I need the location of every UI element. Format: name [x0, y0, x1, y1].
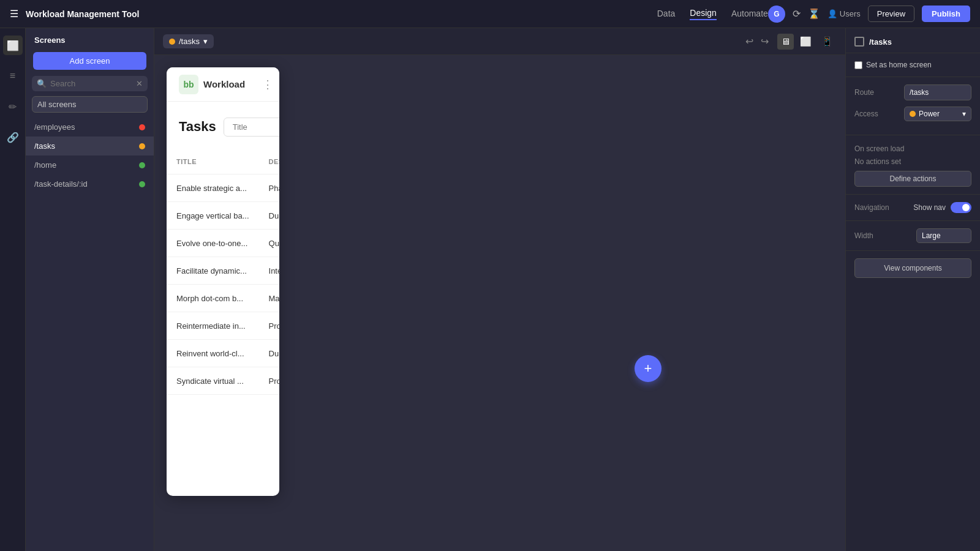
- screen-path[interactable]: /tasks ▾: [163, 34, 214, 48]
- screen-list-item[interactable]: /employees: [26, 118, 154, 137]
- table-header-cell: TITLE: [167, 149, 259, 174]
- define-actions-button[interactable]: Define actions: [854, 171, 971, 187]
- all-screens-select[interactable]: All screens: [32, 96, 148, 113]
- table-row[interactable]: Syndicate virtual ... Proin leo odio, po…: [167, 367, 279, 395]
- chevron-down-icon: ▾: [962, 110, 966, 118]
- main-layout: ⬜ ≡ ✏ 🔗 Screens Add screen 🔍 ✕ All scree…: [0, 28, 980, 551]
- view-buttons: 🖥 ⬜ 📱: [777, 34, 837, 50]
- desktop-view-button[interactable]: 🖥: [777, 34, 794, 50]
- search-input[interactable]: [50, 79, 132, 88]
- navigation-label: Navigation: [854, 203, 889, 212]
- show-nav-label: Show nav: [913, 203, 946, 212]
- search-box: 🔍 ✕: [32, 76, 148, 91]
- topbar: ☰ Workload Management Tool Data Design A…: [0, 0, 980, 28]
- mobile-view-button[interactable]: 📱: [818, 34, 837, 50]
- search-icon: 🔍: [37, 79, 47, 88]
- show-nav-toggle[interactable]: [951, 202, 971, 213]
- app-nav-dots[interactable]: ⋮⋮⋮: [262, 78, 279, 91]
- right-panel-title: /tasks: [869, 37, 892, 47]
- screen-path-dot: [169, 39, 175, 45]
- route-label: Route: [854, 88, 874, 97]
- navigation-section: Navigation Show nav: [846, 195, 980, 221]
- preview-button[interactable]: Preview: [868, 6, 914, 22]
- width-section: Width Large: [846, 221, 980, 251]
- table-row[interactable]: Enable strategic a... Phasellus sit amet…: [167, 174, 279, 202]
- sidebar-data-icon[interactable]: ≡: [3, 66, 23, 86]
- left-panel: Screens Add screen 🔍 ✕ All screens /empl…: [26, 28, 154, 551]
- app-name: Workload: [203, 79, 245, 89]
- table-row[interactable]: Morph dot-com b... Mauris enim leo, rh..…: [167, 285, 279, 312]
- sidebar-screens-icon[interactable]: ⬜: [3, 36, 23, 55]
- clear-search-icon[interactable]: ✕: [136, 79, 143, 88]
- home-screen-checkbox[interactable]: [854, 61, 862, 69]
- sidebar-links-icon[interactable]: 🔗: [3, 127, 23, 147]
- screen-list-item[interactable]: /tasks: [26, 137, 154, 156]
- canvas-area: /tasks ▾ ↩ ↪ 🖥 ⬜ 📱 bb Workload: [154, 28, 845, 551]
- access-row: Access Power ▾: [854, 107, 971, 121]
- access-dropdown[interactable]: Power ▾: [904, 107, 971, 121]
- screen-list-item[interactable]: /task-details/:id: [26, 174, 154, 193]
- add-screen-button[interactable]: Add screen: [33, 52, 146, 70]
- table-header-cell: DESCRIPTION: [259, 149, 279, 174]
- cell-title: Reintermediate in...: [167, 312, 259, 340]
- app-title: Workload Management Tool: [26, 9, 657, 19]
- menu-icon[interactable]: ☰: [10, 8, 18, 20]
- sync-icon[interactable]: ⟳: [793, 8, 801, 20]
- home-screen-label: Set as home screen: [854, 61, 971, 69]
- table-row[interactable]: Evolve one-to-one... Quisque id justo si…: [167, 230, 279, 257]
- no-actions-text: No actions set: [854, 157, 971, 166]
- tasks-title: Tasks: [179, 119, 216, 135]
- undo-redo: ↩ ↪: [743, 33, 771, 50]
- route-input[interactable]: [904, 84, 971, 100]
- publish-button[interactable]: Publish: [922, 6, 970, 22]
- width-select[interactable]: Large: [916, 228, 971, 243]
- cell-description: Phasellus sit amet ...: [259, 174, 279, 202]
- cell-description: Proin leo odio, port...: [259, 367, 279, 395]
- cell-description: Duis consequat dui...: [259, 340, 279, 367]
- route-row: Route: [854, 84, 971, 100]
- users-button[interactable]: 👤 Users: [827, 9, 861, 18]
- table-row[interactable]: Reinvent world-cl... Duis consequat dui.…: [167, 340, 279, 367]
- undo-button[interactable]: ↩: [743, 33, 756, 50]
- nav-data[interactable]: Data: [657, 9, 676, 20]
- chevron-down-icon: ▾: [203, 37, 208, 46]
- canvas-content: bb Workload ⋮⋮⋮ HomeTasksEmployees Tasks…: [154, 55, 845, 551]
- table-row[interactable]: Engage vertical ba... Duis aliquam conv.…: [167, 202, 279, 230]
- right-panel-header: /tasks: [846, 28, 980, 53]
- app-nav: bb Workload ⋮⋮⋮ HomeTasksEmployees: [167, 67, 279, 102]
- table-body: Enable strategic a... Phasellus sit amet…: [167, 174, 279, 395]
- cell-title: Enable strategic a...: [167, 174, 259, 202]
- filter-select-wrapper: All screens: [32, 96, 148, 113]
- tasks-header: Tasks Complete Start Time 📅 Create row: [167, 102, 279, 149]
- width-label: Width: [854, 231, 873, 240]
- users-icon: 👤: [827, 9, 837, 18]
- access-label: Access: [854, 110, 878, 118]
- nav-design[interactable]: Design: [690, 8, 717, 20]
- topbar-right: G ⟳ ⌛ 👤 Users Preview Publish: [768, 6, 970, 23]
- view-components-button[interactable]: View components: [854, 258, 971, 278]
- nav-automate[interactable]: Automate: [731, 9, 768, 20]
- redo-button[interactable]: ↪: [758, 33, 771, 50]
- table-row[interactable]: Facilitate dynamic... Integer tincidunt …: [167, 257, 279, 285]
- screen-list-item[interactable]: /home: [26, 156, 154, 174]
- screen-path-label: /tasks: [179, 37, 200, 46]
- on-screen-load-label: On screen load: [854, 143, 971, 154]
- tablet-view-button[interactable]: ⬜: [796, 34, 815, 50]
- cell-title: Engage vertical ba...: [167, 202, 259, 230]
- icon-sidebar: ⬜ ≡ ✏ 🔗: [0, 28, 26, 551]
- cell-description: Mauris enim leo, rh...: [259, 285, 279, 312]
- history-icon[interactable]: ⌛: [808, 8, 820, 20]
- cell-description: Proin eu mi. Nulla ...: [259, 312, 279, 340]
- cell-title: Facilitate dynamic...: [167, 257, 259, 285]
- app-preview: bb Workload ⋮⋮⋮ HomeTasksEmployees Tasks…: [167, 67, 279, 496]
- cell-description: Duis aliquam conv...: [259, 202, 279, 230]
- fab-button[interactable]: +: [635, 355, 662, 382]
- table-row[interactable]: Reintermediate in... Proin eu mi. Nulla …: [167, 312, 279, 340]
- access-value: Power: [919, 110, 940, 118]
- cell-title: Evolve one-to-one...: [167, 230, 259, 257]
- title-input[interactable]: [224, 118, 279, 137]
- app-logo: bb Workload: [179, 75, 245, 94]
- right-panel: /tasks Set as home screen Route Access P…: [845, 28, 980, 551]
- sidebar-style-icon[interactable]: ✏: [3, 97, 23, 116]
- home-screen-text: Set as home screen: [866, 61, 932, 69]
